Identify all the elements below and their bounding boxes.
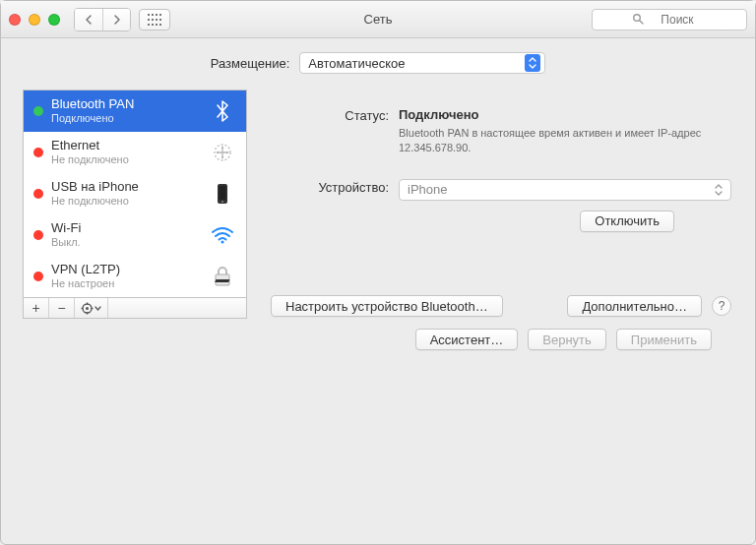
list-item-name: USB на iPhone [51, 179, 201, 195]
nav-buttons [74, 8, 131, 31]
wifi-icon [209, 226, 236, 244]
add-interface-button[interactable]: + [24, 298, 49, 318]
list-footer: + − [23, 297, 247, 319]
close-icon[interactable] [9, 14, 21, 26]
svg-point-22 [221, 241, 224, 244]
svg-rect-3 [159, 14, 161, 16]
search-icon [632, 13, 644, 25]
apply-button[interactable]: Применить [616, 329, 712, 350]
svg-line-13 [640, 21, 643, 24]
location-label: Размещение: [211, 56, 290, 71]
detail-bottom-row: Настроить устройство Bluetooth… Дополнит… [271, 295, 731, 319]
remove-interface-button[interactable]: − [49, 298, 75, 318]
location-value: Автоматическое [308, 56, 405, 71]
status-description: Bluetooth PAN в настоящее время активен … [399, 126, 704, 155]
status-value: Подключено [399, 107, 731, 122]
list-item-name: Ethernet [51, 138, 201, 153]
lock-icon [209, 266, 236, 287]
svg-rect-20 [220, 186, 226, 200]
status-dot-icon [33, 230, 43, 240]
network-prefs-window: Сеть Размещение: Автоматическое [0, 0, 756, 545]
window-controls [9, 14, 60, 26]
gear-icon [81, 302, 94, 315]
status-row: Статус: Подключено Bluetooth PAN в насто… [271, 107, 731, 155]
chevron-updown-icon [711, 181, 726, 199]
svg-rect-6 [156, 19, 158, 21]
bluetooth-icon [209, 98, 236, 124]
search-field-wrap [592, 9, 747, 30]
svg-point-12 [634, 14, 641, 21]
main-columns: Bluetooth PAN Подключено Ethernet Не под… [23, 90, 733, 319]
svg-rect-4 [148, 19, 150, 21]
forward-button[interactable] [102, 9, 130, 30]
device-select[interactable]: iPhone [399, 179, 731, 201]
status-dot-icon [33, 272, 43, 281]
svg-rect-9 [152, 24, 154, 26]
svg-rect-0 [148, 14, 150, 16]
footer-buttons: Ассистент… Вернуть Применить [23, 319, 733, 350]
sidebar-item-vpn[interactable]: VPN (L2TP) Не настроен [24, 256, 246, 297]
svg-point-15 [217, 151, 219, 153]
status-dot-icon [33, 189, 43, 199]
svg-rect-24 [215, 279, 229, 282]
chevron-updown-icon [525, 54, 540, 72]
network-sidebar: Bluetooth PAN Подключено Ethernet Не под… [23, 90, 247, 319]
advanced-button[interactable]: Дополнительно… [567, 295, 702, 317]
device-row: Устройство: iPhone [271, 179, 731, 201]
list-item-text: Wi-Fi Выкл. [51, 220, 201, 250]
actions-menu-button[interactable] [75, 298, 108, 318]
svg-point-17 [221, 147, 223, 149]
configure-bluetooth-button[interactable]: Настроить устройство Bluetooth… [271, 295, 503, 317]
disconnect-row: Отключить [271, 211, 731, 232]
svg-rect-5 [152, 19, 154, 21]
list-item-name: VPN (L2TP) [51, 262, 201, 277]
svg-rect-1 [152, 14, 154, 16]
status-label: Статус: [271, 107, 399, 155]
search-input[interactable] [592, 9, 747, 30]
svg-point-26 [86, 307, 89, 310]
device-value: iPhone [408, 182, 447, 197]
list-item-status: Не подключено [51, 195, 201, 209]
sidebar-item-usb-iphone[interactable]: USB на iPhone Не подключено [24, 173, 246, 214]
list-item-text: USB на iPhone Не подключено [51, 179, 201, 209]
ethernet-icon [209, 142, 236, 163]
list-item-name: Wi-Fi [51, 220, 201, 236]
show-all-button[interactable] [139, 9, 170, 30]
content-area: Размещение: Автоматическое Bluetooth PAN… [1, 38, 755, 360]
list-item-status: Не настроен [51, 277, 201, 291]
list-item-text: Bluetooth PAN Подключено [51, 96, 201, 126]
svg-rect-8 [148, 24, 150, 26]
zoom-icon[interactable] [48, 14, 60, 26]
revert-button[interactable]: Вернуть [528, 329, 606, 350]
svg-rect-11 [159, 24, 161, 26]
svg-rect-7 [159, 19, 161, 21]
svg-rect-10 [156, 24, 158, 26]
sidebar-item-ethernet[interactable]: Ethernet Не подключено [24, 132, 246, 173]
status-dot-icon [33, 148, 43, 157]
svg-point-21 [221, 201, 223, 203]
svg-rect-2 [156, 14, 158, 16]
assistant-button[interactable]: Ассистент… [415, 329, 519, 350]
disconnect-button[interactable]: Отключить [580, 211, 674, 232]
network-list: Bluetooth PAN Подключено Ethernet Не под… [23, 90, 247, 297]
back-button[interactable] [75, 9, 102, 30]
detail-pane: Статус: Подключено Bluetooth PAN в насто… [263, 90, 733, 319]
chevron-down-icon [94, 306, 101, 311]
titlebar: Сеть [1, 1, 755, 38]
sidebar-item-bluetooth-pan[interactable]: Bluetooth PAN Подключено [24, 91, 246, 132]
iphone-icon [209, 183, 236, 205]
list-item-status: Подключено [51, 112, 201, 126]
list-item-status: Выкл. [51, 236, 201, 250]
minimize-icon[interactable] [29, 14, 40, 26]
svg-point-18 [221, 156, 223, 158]
list-item-name: Bluetooth PAN [51, 96, 201, 112]
location-row: Размещение: Автоматическое [23, 52, 733, 74]
help-button[interactable]: ? [712, 296, 731, 316]
svg-point-16 [226, 151, 228, 153]
list-item-status: Не подключено [51, 153, 201, 167]
list-item-text: VPN (L2TP) Не настроен [51, 262, 201, 291]
sidebar-item-wifi[interactable]: Wi-Fi Выкл. [24, 214, 246, 256]
window-title: Сеть [364, 12, 393, 27]
device-label: Устройство: [271, 179, 399, 201]
location-select[interactable]: Автоматическое [299, 52, 545, 74]
